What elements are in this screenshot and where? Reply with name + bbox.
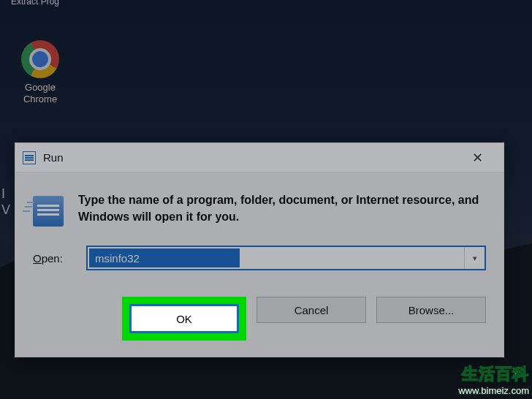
browse-button[interactable]: Browse... <box>376 297 486 323</box>
desktop-icon-chrome[interactable]: Google Chrome <box>15 40 66 106</box>
watermark-text: 生活百科 <box>458 363 529 385</box>
instruction-text: Type the name of a program, folder, docu… <box>78 191 486 227</box>
ok-button[interactable]: OK <box>129 304 239 333</box>
open-label: Open: <box>33 252 73 265</box>
run-dialog: Run ✕ Type the name of a program, folder… <box>15 142 504 357</box>
open-input[interactable] <box>89 248 240 267</box>
window-title: Run <box>43 151 460 164</box>
dialog-body: Type the name of a program, folder, docu… <box>15 172 503 289</box>
run-title-icon <box>23 151 36 164</box>
desktop-icon-label: Google Chrome <box>15 82 66 106</box>
close-button[interactable]: ✕ <box>460 144 495 172</box>
titlebar[interactable]: Run ✕ <box>15 143 503 172</box>
edge-version-text: I V <box>1 186 10 218</box>
run-program-icon <box>33 196 64 227</box>
close-icon: ✕ <box>472 150 483 166</box>
desktop-icon-label-cutoff: Extract Prog <box>11 0 59 7</box>
ok-highlight-box: OK <box>122 297 246 341</box>
cancel-button[interactable]: Cancel <box>256 297 366 323</box>
watermark-url: www.bimeiz.com <box>458 385 529 396</box>
chrome-icon <box>21 40 59 78</box>
dialog-button-row: OK Cancel Browse... <box>15 289 503 357</box>
chevron-down-icon: ▾ <box>473 254 477 263</box>
combo-dropdown-button[interactable]: ▾ <box>464 247 484 269</box>
watermark: 生活百科 www.bimeiz.com <box>458 363 529 396</box>
open-combobox[interactable]: ▾ <box>86 246 486 270</box>
combo-fill[interactable] <box>240 247 464 269</box>
